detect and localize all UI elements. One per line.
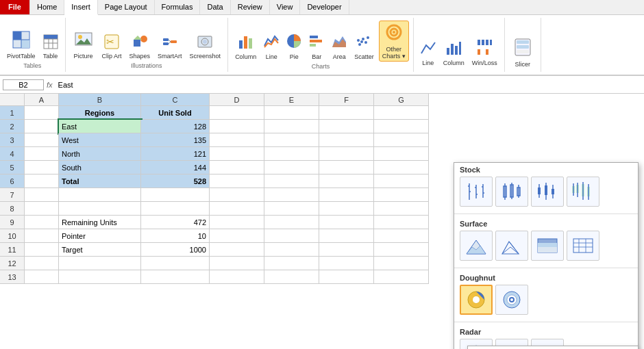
cell-d10[interactable]	[210, 229, 264, 243]
line-chart-button[interactable]: Line	[261, 31, 282, 62]
cell-b12[interactable]	[59, 257, 141, 270]
col-header-g[interactable]: G	[374, 94, 429, 106]
cell-g2[interactable]	[374, 120, 429, 133]
win-loss-button[interactable]: Win/Loss	[469, 37, 500, 68]
row-header-7[interactable]: 7	[0, 188, 25, 202]
cell-b9[interactable]: Remaining Units	[59, 216, 141, 229]
area-chart-button[interactable]: Area	[329, 31, 349, 62]
cell-b13[interactable]	[59, 270, 141, 284]
row-header-8[interactable]: 8	[0, 202, 25, 216]
cell-a10[interactable]	[25, 229, 59, 243]
cell-d5[interactable]	[210, 161, 264, 174]
col-header-a[interactable]: A	[25, 94, 59, 106]
cell-c11[interactable]: 1000	[141, 243, 210, 257]
stock-chart-2[interactable]	[495, 177, 528, 207]
cell-g3[interactable]	[374, 133, 429, 147]
tab-formulas[interactable]: Formulas	[155, 0, 201, 14]
cell-a1[interactable]	[25, 106, 59, 120]
cell-a2[interactable]	[25, 120, 59, 133]
formula-input[interactable]	[55, 80, 641, 90]
tab-view[interactable]: View	[270, 0, 301, 14]
cell-f6[interactable]	[319, 174, 374, 188]
cell-f8[interactable]	[319, 202, 374, 216]
col-header-e[interactable]: E	[264, 94, 319, 106]
cell-g12[interactable]	[374, 257, 429, 270]
row-header-2[interactable]: 2	[0, 120, 25, 133]
cell-d8[interactable]	[210, 202, 264, 216]
cell-f10[interactable]	[319, 229, 374, 243]
clip-art-button[interactable]: ✂ Clip Art	[99, 33, 125, 61]
cell-b10[interactable]: Pointer	[59, 229, 141, 243]
cell-b7[interactable]	[59, 188, 141, 202]
bar-chart-button[interactable]: Bar	[306, 31, 327, 62]
cell-e13[interactable]	[264, 270, 319, 284]
cell-g11[interactable]	[374, 243, 429, 257]
cell-a8[interactable]	[25, 202, 59, 216]
row-header-1[interactable]: 1	[0, 106, 25, 120]
scatter-chart-button[interactable]: Scatter	[351, 31, 377, 62]
cell-b3[interactable]: West	[59, 133, 141, 147]
col-header-c[interactable]: C	[141, 94, 210, 106]
slicer-button[interactable]: Slicer	[509, 36, 536, 69]
cell-f12[interactable]	[319, 257, 374, 270]
column-chart-button[interactable]: Column	[232, 31, 259, 62]
shapes-button[interactable]: Shapes	[127, 33, 153, 61]
cell-b8[interactable]	[59, 202, 141, 216]
cell-c6[interactable]: 528	[141, 174, 210, 188]
cell-g9[interactable]	[374, 216, 429, 229]
cell-e4[interactable]	[264, 147, 319, 161]
stock-chart-1[interactable]	[460, 177, 493, 207]
table-button[interactable]: Table	[40, 33, 61, 61]
surface-chart-4[interactable]	[567, 231, 599, 261]
cell-g6[interactable]	[374, 174, 429, 188]
row-header-10[interactable]: 10	[0, 229, 25, 243]
cell-e3[interactable]	[264, 133, 319, 147]
cell-a7[interactable]	[25, 188, 59, 202]
picture-button[interactable]: Picture	[70, 29, 97, 61]
cell-g4[interactable]	[374, 147, 429, 161]
cell-c5[interactable]: 144	[141, 161, 210, 174]
cell-b5[interactable]: South	[59, 161, 141, 174]
cell-f5[interactable]	[319, 161, 374, 174]
sparkline-line-button[interactable]: Line	[418, 37, 438, 68]
cell-d1[interactable]	[210, 106, 264, 120]
row-header-13[interactable]: 13	[0, 270, 25, 284]
cell-c13[interactable]	[141, 270, 210, 284]
row-header-9[interactable]: 9	[0, 216, 25, 229]
tab-home[interactable]: Home	[30, 0, 64, 14]
cell-g10[interactable]	[374, 229, 429, 243]
stock-chart-3[interactable]	[531, 177, 564, 207]
cell-d7[interactable]	[210, 188, 264, 202]
cell-e8[interactable]	[264, 202, 319, 216]
surface-chart-1[interactable]	[460, 231, 493, 261]
cell-reference-input[interactable]	[3, 79, 44, 90]
cell-f2[interactable]	[319, 120, 374, 133]
cell-g5[interactable]	[374, 161, 429, 174]
row-header-6[interactable]: 6	[0, 174, 25, 188]
cell-f4[interactable]	[319, 147, 374, 161]
cell-g8[interactable]	[374, 202, 429, 216]
cell-d9[interactable]	[210, 216, 264, 229]
cell-d2[interactable]	[210, 120, 264, 133]
cell-e12[interactable]	[264, 257, 319, 270]
cell-f11[interactable]	[319, 243, 374, 257]
cell-g7[interactable]	[374, 188, 429, 202]
cell-e2[interactable]	[264, 120, 319, 133]
cell-c3[interactable]: 135	[141, 133, 210, 147]
col-header-b[interactable]: B	[59, 94, 141, 106]
cell-c12[interactable]	[141, 257, 210, 270]
cell-e10[interactable]	[264, 229, 319, 243]
cell-f1[interactable]	[319, 106, 374, 120]
cell-c8[interactable]	[141, 202, 210, 216]
cell-b11[interactable]: Target	[59, 243, 141, 257]
other-charts-button[interactable]: OtherCharts ▾	[379, 21, 409, 62]
cell-f13[interactable]	[319, 270, 374, 284]
cell-e11[interactable]	[264, 243, 319, 257]
cell-c4[interactable]: 121	[141, 147, 210, 161]
cell-e7[interactable]	[264, 188, 319, 202]
tab-page-layout[interactable]: Page Layout	[98, 0, 155, 14]
tab-insert[interactable]: Insert	[64, 0, 98, 15]
cell-a6[interactable]	[25, 174, 59, 188]
cell-e1[interactable]	[264, 106, 319, 120]
cell-b2[interactable]: East	[59, 120, 141, 133]
